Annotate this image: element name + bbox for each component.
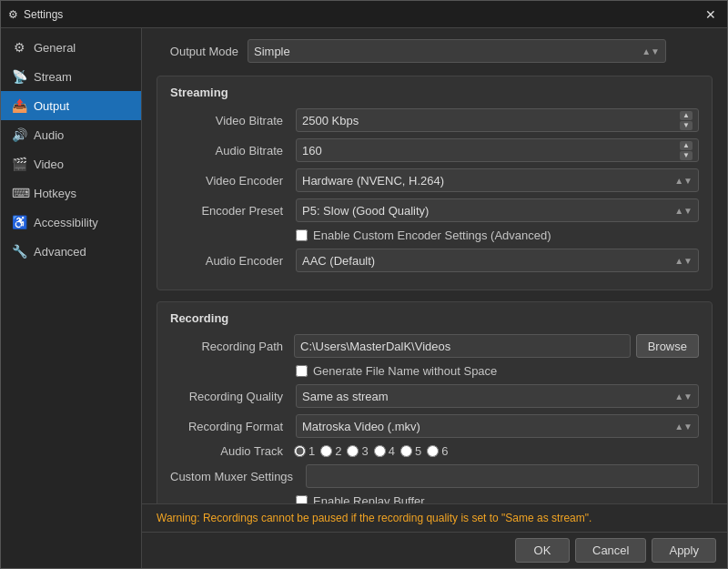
video-bitrate-up[interactable]: ▲: [680, 111, 693, 120]
warning-text: Warning: Recordings cannot be paused if …: [157, 512, 592, 524]
audio-bitrate-row: Audio Bitrate 160 ▲ ▼: [170, 138, 699, 162]
video-icon: 🎬: [12, 157, 26, 171]
sidebar-label-audio: Audio: [34, 128, 64, 142]
recording-section: Recording Recording Path Browse Generate…: [157, 301, 713, 503]
ok-button[interactable]: OK: [515, 538, 570, 563]
video-encoder-arrow: ▲▼: [674, 176, 693, 186]
audio-track-1[interactable]: 1: [294, 444, 315, 458]
audio-bitrate-label: Audio Bitrate: [170, 144, 288, 157]
custom-encoder-row: Enable Custom Encoder Settings (Advanced…: [170, 229, 699, 242]
hotkeys-icon: ⌨: [12, 186, 26, 200]
video-bitrate-down[interactable]: ▼: [680, 121, 693, 130]
sidebar-item-advanced[interactable]: 🔧 Advanced: [1, 237, 141, 266]
recording-format-combobox[interactable]: Matroska Video (.mkv) ▲▼: [296, 414, 699, 438]
sidebar-item-accessibility[interactable]: ♿ Accessibility: [1, 208, 141, 237]
custom-muxer-row: Custom Muxer Settings: [170, 464, 699, 488]
recording-format-label: Recording Format: [170, 420, 288, 433]
video-bitrate-row: Video Bitrate 2500 Kbps ▲ ▼: [170, 108, 699, 132]
output-mode-value: Simple: [254, 45, 290, 58]
recording-format-row: Recording Format Matroska Video (.mkv) ▲…: [170, 414, 699, 438]
video-bitrate-spinbox[interactable]: 2500 Kbps ▲ ▼: [296, 108, 699, 132]
warning-bar: Warning: Recordings cannot be paused if …: [142, 503, 727, 532]
browse-button[interactable]: Browse: [636, 334, 699, 358]
recording-quality-label: Recording Quality: [170, 390, 288, 403]
sidebar-item-video[interactable]: 🎬 Video: [1, 149, 141, 178]
recording-quality-combobox[interactable]: Same as stream ▲▼: [296, 384, 699, 408]
audio-track-6[interactable]: 6: [427, 444, 448, 458]
audio-track-3[interactable]: 3: [347, 444, 368, 458]
sidebar-item-hotkeys[interactable]: ⌨ Hotkeys: [1, 178, 141, 208]
audio-track-radio-6[interactable]: [427, 445, 439, 457]
sidebar: ⚙ General 📡 Stream 📤 Output 🔊 Audio 🎬 Vi: [1, 28, 142, 568]
replay-buffer-label: Enable Replay Buffer: [313, 494, 425, 503]
generate-filename-label: Generate File Name without Space: [313, 364, 497, 378]
recording-section-title: Recording: [170, 311, 699, 325]
output-mode-combobox[interactable]: Simple ▲▼: [248, 39, 666, 63]
audio-track-row: Audio Track 1 2: [170, 444, 699, 458]
audio-track-radio-3[interactable]: [347, 445, 359, 457]
recording-path-label: Recording Path: [170, 340, 288, 353]
audio-encoder-label: Audio Encoder: [170, 254, 288, 268]
audio-track-5[interactable]: 5: [400, 444, 421, 458]
encoder-preset-combobox[interactable]: P5: Slow (Good Quality) ▲▼: [296, 198, 699, 222]
audio-bitrate-down[interactable]: ▼: [680, 151, 693, 160]
audio-bitrate-value: 160: [302, 144, 676, 157]
sidebar-item-stream[interactable]: 📡 Stream: [1, 62, 141, 91]
audio-track-radio-4[interactable]: [374, 445, 386, 457]
general-icon: ⚙: [12, 40, 26, 55]
sidebar-label-hotkeys: Hotkeys: [34, 187, 76, 200]
settings-window: ⚙ Settings ✕ ⚙ General 📡 Stream 📤 Output: [0, 0, 728, 569]
stream-icon: 📡: [12, 69, 26, 84]
sidebar-item-audio[interactable]: 🔊 Audio: [1, 120, 141, 149]
encoder-preset-value: P5: Slow (Good Quality): [302, 204, 429, 218]
sidebar-label-general: General: [34, 41, 76, 55]
sidebar-label-advanced: Advanced: [34, 245, 86, 259]
sidebar-item-output[interactable]: 📤 Output: [1, 91, 141, 120]
audio-bitrate-arrows: ▲ ▼: [680, 141, 693, 160]
video-bitrate-label: Video Bitrate: [170, 114, 288, 127]
custom-muxer-input[interactable]: [306, 464, 699, 488]
recording-path-row: Recording Path Browse: [170, 334, 699, 358]
custom-encoder-checkbox[interactable]: [296, 229, 308, 241]
sidebar-label-stream: Stream: [34, 70, 72, 84]
sidebar-label-accessibility: Accessibility: [34, 216, 98, 229]
audio-encoder-value: AAC (Default): [302, 254, 375, 268]
output-icon: 📤: [12, 98, 26, 113]
recording-path-input[interactable]: [294, 334, 631, 358]
settings-panel: Output Mode Simple ▲▼ Streaming Video Bi…: [142, 28, 727, 503]
audio-encoder-combobox[interactable]: AAC (Default) ▲▼: [296, 249, 699, 272]
main-content: ⚙ General 📡 Stream 📤 Output 🔊 Audio 🎬 Vi: [1, 28, 727, 568]
content-area: Output Mode Simple ▲▼ Streaming Video Bi…: [142, 28, 727, 568]
output-mode-label: Output Mode: [157, 45, 238, 58]
audio-encoder-arrow: ▲▼: [674, 256, 693, 266]
encoder-preset-arrow: ▲▼: [674, 206, 693, 216]
custom-muxer-label: Custom Muxer Settings: [170, 470, 298, 483]
output-mode-row: Output Mode Simple ▲▼: [157, 39, 713, 63]
recording-format-arrow: ▲▼: [674, 422, 693, 432]
cancel-button[interactable]: Cancel: [575, 538, 646, 563]
audio-track-radio-2[interactable]: [320, 445, 332, 457]
streaming-section: Streaming Video Bitrate 2500 Kbps ▲ ▼: [157, 76, 713, 290]
advanced-icon: 🔧: [12, 244, 26, 259]
audio-track-4[interactable]: 4: [374, 444, 395, 458]
audio-track-radio-5[interactable]: [400, 445, 412, 457]
apply-button[interactable]: Apply: [652, 538, 716, 563]
audio-bitrate-spinbox[interactable]: 160 ▲ ▼: [296, 138, 699, 162]
encoder-preset-row: Encoder Preset P5: Slow (Good Quality) ▲…: [170, 198, 699, 222]
audio-bitrate-up[interactable]: ▲: [680, 141, 693, 150]
recording-quality-value: Same as stream: [302, 390, 389, 403]
sidebar-item-general[interactable]: ⚙ General: [1, 33, 141, 62]
audio-track-radio-1[interactable]: [294, 445, 306, 457]
video-encoder-row: Video Encoder Hardware (NVENC, H.264) ▲▼: [170, 168, 699, 192]
audio-track-2[interactable]: 2: [320, 444, 341, 458]
replay-buffer-checkbox[interactable]: [296, 495, 308, 503]
audio-encoder-row: Audio Encoder AAC (Default) ▲▼: [170, 249, 699, 272]
close-button[interactable]: ✕: [702, 5, 720, 24]
settings-icon: ⚙: [8, 8, 18, 21]
audio-track-label: Audio Track: [170, 444, 288, 458]
video-encoder-combobox[interactable]: Hardware (NVENC, H.264) ▲▼: [296, 168, 699, 192]
generate-filename-checkbox[interactable]: [296, 365, 308, 377]
video-encoder-value: Hardware (NVENC, H.264): [302, 174, 444, 188]
recording-quality-row: Recording Quality Same as stream ▲▼: [170, 384, 699, 408]
video-bitrate-value: 2500 Kbps: [302, 114, 676, 127]
